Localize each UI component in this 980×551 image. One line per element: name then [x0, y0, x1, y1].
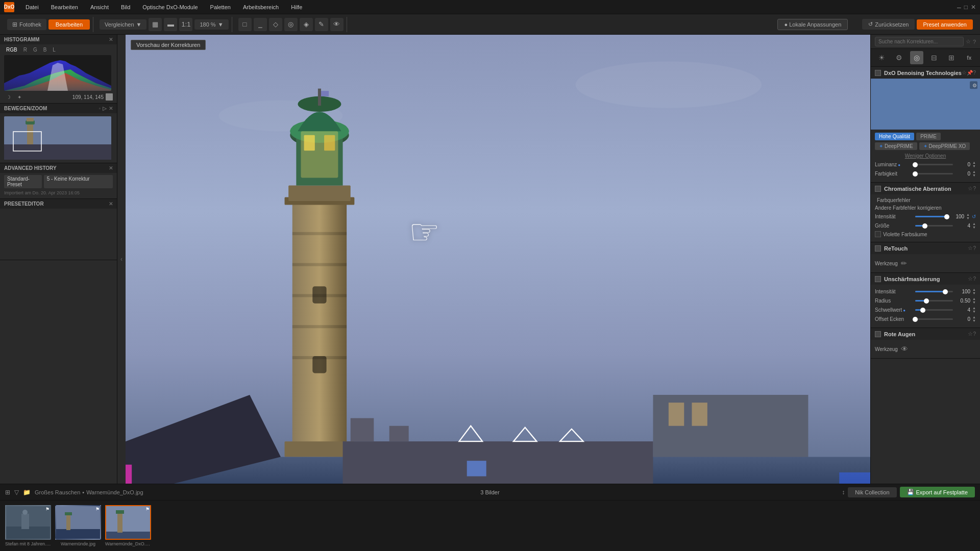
window-close[interactable]: ✕ [971, 4, 976, 11]
radial-filter-tool[interactable]: ◎ [284, 18, 298, 31]
history-row[interactable]: Standard-Preset 5 - Keine Korrektur [4, 175, 113, 188]
retouch-star[interactable]: ☆ [968, 245, 973, 252]
rt-fx-icon[interactable]: fx [963, 51, 976, 64]
red-eye-header[interactable]: Rote Augen ☆ ? [871, 328, 980, 340]
us-offset-stepper[interactable]: ▲▼ [972, 315, 976, 322]
menu-paletten[interactable]: Paletten [205, 3, 236, 11]
violet-checkbox[interactable] [875, 231, 881, 237]
deep-prime-btn[interactable]: ✦ DeepPRIME [875, 142, 917, 150]
straighten-tool[interactable]: ⎯ [254, 18, 267, 31]
rt-compare-icon[interactable]: ⊞ [945, 51, 958, 64]
menu-hilfe[interactable]: Hilfe [286, 3, 307, 11]
dxo-denoising-header[interactable]: DxO Denoising Technologies ☆ 📌 ? [871, 67, 980, 79]
window-minimize[interactable]: – [957, 3, 961, 11]
unsharp-header[interactable]: Unschärfmaskierung ☆ ? [871, 273, 980, 285]
dxo-denoising-star[interactable]: ☆ [962, 69, 967, 76]
rt-circle-icon[interactable]: ◎ [910, 51, 923, 64]
us-schwellwert-stepper[interactable]: ▲▼ [972, 306, 976, 313]
single-view-button[interactable]: ▬ [164, 18, 177, 31]
gradient-filter-tool[interactable]: ◈ [300, 18, 313, 31]
menu-ansicht[interactable]: Ansicht [85, 3, 114, 11]
red-eye-icon[interactable]: 👁 [901, 345, 908, 353]
menu-datei[interactable]: Datei [20, 3, 44, 11]
navigator-close[interactable]: ✕ [109, 106, 113, 111]
retouch-header[interactable]: ReTouch ☆ ? [871, 242, 980, 254]
bearbeiten-button[interactable]: Bearbeiten [48, 19, 90, 30]
bb-icon1[interactable]: ⊞ [5, 489, 10, 496]
menu-arbeitsbereich[interactable]: Arbeitsbereich [238, 3, 284, 11]
film-thumb-2[interactable]: ⚑ Warnemünde_DxO.jpg [105, 505, 151, 546]
ca-intensitat-stepper[interactable]: ▲▼ [966, 213, 970, 220]
history-close[interactable]: ✕ [109, 165, 113, 171]
farbigkeit-stepper[interactable]: ▲▼ [972, 170, 976, 177]
deep-prime-xo-btn[interactable]: ✦ DeepPRIME XO [919, 142, 970, 150]
menu-optische[interactable]: Optische DxO-Module [137, 3, 203, 11]
lokale-button[interactable]: ● Lokale Anpassungen [777, 19, 848, 30]
histogram-close[interactable]: ✕ [109, 37, 113, 42]
us-radius-stepper[interactable]: ▲▼ [972, 297, 976, 304]
help-icon[interactable]: ? [973, 39, 976, 45]
color-picker-icon[interactable] [106, 93, 113, 101]
chromatic-help[interactable]: ? [973, 186, 976, 191]
left-collapse-arrow[interactable]: ‹ [117, 35, 126, 484]
ca-intensitat-reset[interactable]: ↺ [972, 214, 976, 219]
retouch-pen-icon[interactable]: ✏ [901, 259, 907, 267]
luminanz-stepper[interactable]: ▲▼ [972, 161, 976, 168]
menu-bild[interactable]: Bild [116, 3, 135, 11]
search-input[interactable] [875, 37, 964, 46]
chromatic-star[interactable]: ☆ [968, 185, 973, 192]
ca-grosse-stepper[interactable]: ▲▼ [972, 222, 976, 229]
rt-tune-icon[interactable]: ⚙ [892, 51, 905, 64]
film-thumb-img-0[interactable]: ⚑ [5, 505, 51, 540]
moon-icon[interactable]: ☽ [4, 93, 12, 101]
fotothek-button[interactable]: ⊞ Fotothek [7, 19, 46, 30]
hist-tab-rgb[interactable]: RGB [4, 46, 19, 53]
preset-apply-button[interactable]: Preset anwenden [917, 19, 973, 30]
less-options-link[interactable]: Weniger Optionen [875, 153, 976, 159]
unsharp-help[interactable]: ? [973, 276, 976, 282]
dxo-denoising-help[interactable]: ? [973, 70, 976, 76]
farbigkeit-slider[interactable] [915, 173, 953, 174]
retouch-checkbox[interactable] [875, 245, 881, 252]
menu-bearbeiten[interactable]: Bearbeiten [46, 3, 83, 11]
dxo-denoising-checkbox[interactable] [875, 70, 881, 76]
crop-tool[interactable]: □ [238, 18, 252, 31]
navigator-icon1[interactable]: ▫ [99, 106, 101, 111]
brush-tool[interactable]: ✎ [315, 18, 328, 31]
compare-button[interactable]: Vergleichen ▼ [100, 19, 146, 30]
rt-sun-icon[interactable]: ☀ [875, 51, 888, 64]
us-intensitat-slider[interactable] [915, 291, 953, 292]
breadcrumb-folder[interactable]: Großes Rauschen [35, 489, 80, 495]
star-icon[interactable]: ☆ [966, 38, 971, 45]
bb-arrow-icon[interactable]: ↕ [842, 489, 845, 496]
hist-tab-l[interactable]: L [51, 46, 58, 53]
film-thumb-img-2[interactable]: ⚑ [105, 505, 151, 540]
navigator-thumbnail[interactable] [4, 116, 111, 160]
red-eye-help[interactable]: ? [973, 331, 976, 337]
us-offset-slider[interactable] [915, 318, 953, 320]
reset-button[interactable]: ↺ Zurücksetzen [862, 19, 915, 30]
prime-btn[interactable]: PRIME [916, 133, 941, 140]
hist-tab-g[interactable]: G [31, 46, 39, 53]
rt-grid-icon[interactable]: ⊟ [927, 51, 941, 64]
hohe-qualitat-btn[interactable]: Hohe Qualität [875, 133, 914, 140]
zoom-display[interactable]: 180 % ▼ [194, 19, 228, 30]
dxo-denoising-pin[interactable]: 📌 [967, 70, 973, 76]
unsharp-star[interactable]: ☆ [968, 276, 973, 282]
ca-grosse-slider[interactable] [915, 225, 953, 227]
us-schwellwert-slider[interactable] [915, 309, 953, 311]
window-maximize[interactable]: □ [964, 4, 968, 11]
fit-button[interactable]: 1:1 [179, 18, 192, 31]
breadcrumb-file[interactable]: Warnemünde_DxO.jpg [86, 489, 143, 495]
nik-collection-button[interactable]: Nik Collection [848, 487, 896, 497]
unsharp-checkbox[interactable] [875, 276, 881, 282]
luminanz-slider[interactable] [915, 164, 953, 165]
bb-icon2[interactable]: ▽ [14, 489, 19, 496]
preset-close[interactable]: ✕ [109, 201, 113, 207]
red-eye-checkbox[interactable] [875, 331, 881, 337]
perspective-tool[interactable]: ◇ [269, 18, 282, 31]
export-button[interactable]: 💾 Export auf Festplatte [900, 487, 975, 497]
hist-tab-b[interactable]: B [41, 46, 49, 53]
film-thumb-img-1[interactable]: ⚑ [55, 505, 101, 540]
violet-row[interactable]: Violette Farbsäume [875, 231, 976, 237]
